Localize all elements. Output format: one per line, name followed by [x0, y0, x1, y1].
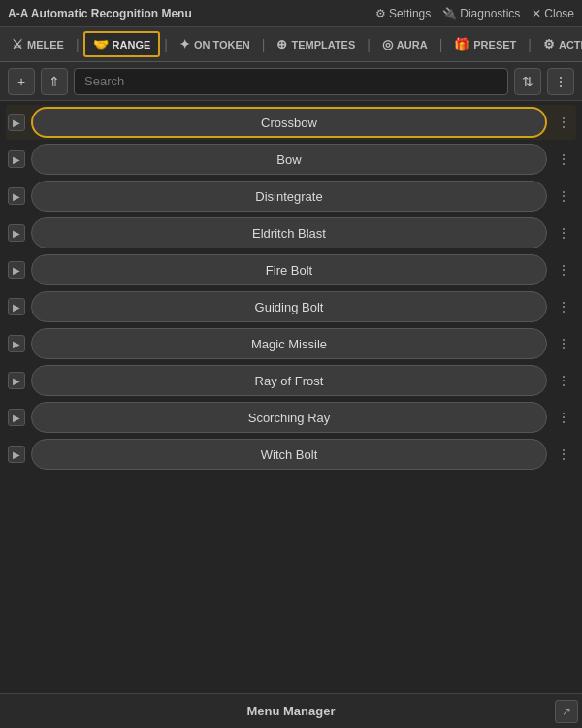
tab-templates[interactable]: ⊕Templates — [269, 33, 363, 55]
list-item: ▶Ray of Frost⋮ — [8, 365, 574, 396]
expand-bow[interactable]: ▶ — [8, 150, 25, 168]
ellipsis-vertical-icon: ⋮ — [557, 336, 570, 351]
tab-preset[interactable]: 🎁Preset — [446, 33, 524, 55]
chevron-right-icon: ▶ — [13, 449, 20, 460]
active-effects-icon: ⚙ — [543, 37, 555, 51]
item-label-eldritch-blast[interactable]: Eldritch Blast — [31, 217, 547, 248]
title-bar: A-A Automatic Recognition Menu ⚙ Setting… — [0, 0, 582, 27]
chevron-right-icon: ▶ — [13, 228, 20, 239]
expand-witch-bolt[interactable]: ▶ — [8, 446, 25, 463]
chevron-right-icon: ▶ — [13, 265, 20, 276]
list-item: ▶Fire Bolt⋮ — [8, 254, 574, 285]
expand-magic-missile[interactable]: ▶ — [8, 335, 25, 352]
title-bar-actions: ⚙ Settings 🔌 Diagnostics ✕ Close — [375, 7, 574, 20]
item-label-scorching-ray[interactable]: Scorching Ray — [31, 402, 547, 433]
melee-icon: ⚔ — [12, 37, 23, 51]
chevron-right-icon: ▶ — [13, 117, 20, 128]
tab-range[interactable]: 🤝Range — [83, 31, 161, 57]
diagnostics-button[interactable]: 🔌 Diagnostics — [442, 7, 520, 20]
expand-disintegrate[interactable]: ▶ — [8, 187, 25, 205]
search-input[interactable] — [74, 68, 508, 95]
ellipsis-vertical-icon: ⋮ — [557, 262, 570, 278]
collapse-button[interactable]: ⇑ — [41, 68, 68, 95]
footer-label: Menu Manager — [246, 704, 335, 718]
ellipsis-vertical-icon: ⋮ — [557, 188, 570, 204]
item-label-magic-missile[interactable]: Magic Missile — [31, 328, 547, 359]
chevron-right-icon: ▶ — [13, 191, 20, 202]
item-menu-bow[interactable]: ⋮ — [553, 146, 574, 173]
item-label-crossbow[interactable]: Crossbow — [31, 107, 547, 138]
expand-ray-of-frost[interactable]: ▶ — [8, 372, 25, 389]
item-menu-fire-bolt[interactable]: ⋮ — [553, 256, 574, 283]
chevron-right-icon: ▶ — [13, 376, 20, 386]
item-menu-eldritch-blast[interactable]: ⋮ — [553, 219, 574, 247]
list-item: ▶Eldritch Blast⋮ — [8, 217, 574, 248]
item-label-disintegrate[interactable]: Disintegrate — [31, 181, 547, 212]
ellipsis-vertical-icon: ⋮ — [557, 225, 570, 241]
settings-button[interactable]: ⚙ Settings — [375, 7, 431, 20]
items-list: ▶Crossbow⋮▶Bow⋮▶Disintegrate⋮▶Eldritch B… — [0, 101, 582, 693]
app-title: A-A Automatic Recognition Menu — [8, 7, 192, 20]
item-label-ray-of-frost[interactable]: Ray of Frost — [31, 365, 547, 396]
chevron-right-icon: ▶ — [13, 339, 20, 349]
aura-icon: ◎ — [382, 37, 393, 51]
toolbar: + ⇑ ⇅ ⋮ — [0, 62, 582, 101]
expand-scorching-ray[interactable]: ▶ — [8, 409, 25, 426]
item-menu-crossbow[interactable]: ⋮ — [553, 109, 574, 136]
expand-eldritch-blast[interactable]: ▶ — [8, 224, 25, 242]
on-token-icon: ✦ — [179, 37, 190, 51]
list-item: ▶Scorching Ray⋮ — [8, 402, 574, 433]
ellipsis-vertical-icon: ⋮ — [557, 115, 570, 130]
range-icon: 🤝 — [93, 37, 109, 51]
tab-active-effects[interactable]: ⚙Active Effects — [535, 33, 582, 55]
expand-guiding-bolt[interactable]: ▶ — [8, 298, 25, 315]
ellipsis-vertical-icon: ⋮ — [557, 447, 570, 462]
item-menu-disintegrate[interactable]: ⋮ — [553, 182, 574, 210]
item-menu-guiding-bolt[interactable]: ⋮ — [553, 293, 574, 320]
item-label-fire-bolt[interactable]: Fire Bolt — [31, 254, 547, 285]
list-item: ▶Guiding Bolt⋮ — [8, 291, 574, 322]
add-button[interactable]: + — [8, 68, 35, 95]
item-menu-scorching-ray[interactable]: ⋮ — [553, 404, 574, 431]
more-button[interactable]: ⋮ — [547, 68, 574, 95]
item-label-bow[interactable]: Bow — [31, 144, 547, 175]
ellipsis-vertical-icon: ⋮ — [557, 151, 570, 167]
chevron-right-icon: ▶ — [13, 413, 20, 423]
ellipsis-vertical-icon: ⋮ — [557, 373, 570, 388]
ellipsis-vertical-icon: ⋮ — [557, 410, 570, 425]
preset-icon: 🎁 — [454, 37, 469, 51]
ellipsis-vertical-icon: ⋮ — [557, 299, 570, 314]
list-item: ▶Bow⋮ — [8, 144, 574, 175]
sort-button[interactable]: ⇅ — [514, 68, 541, 95]
tab-aura[interactable]: ◎Aura — [374, 33, 436, 55]
item-menu-magic-missile[interactable]: ⋮ — [553, 330, 574, 357]
close-icon: ✕ — [532, 7, 541, 20]
nav-tabs: ⚔Melee|🤝Range|✦On Token|⊕Templates|◎Aura… — [0, 27, 582, 62]
list-item: ▶Witch Bolt⋮ — [8, 439, 574, 470]
item-label-witch-bolt[interactable]: Witch Bolt — [31, 439, 547, 470]
close-button[interactable]: ✕ Close — [532, 7, 574, 20]
list-item: ▶Disintegrate⋮ — [8, 181, 574, 212]
chevron-right-icon: ▶ — [13, 154, 20, 165]
tab-melee[interactable]: ⚔Melee — [4, 33, 72, 55]
tab-on-token[interactable]: ✦On Token — [172, 33, 258, 55]
diagnostics-icon: 🔌 — [442, 7, 457, 20]
item-menu-witch-bolt[interactable]: ⋮ — [553, 441, 574, 468]
list-item: ▶Crossbow⋮ — [6, 105, 576, 140]
expand-fire-bolt[interactable]: ▶ — [8, 261, 25, 279]
list-item: ▶Magic Missile⋮ — [8, 328, 574, 359]
expand-crossbow[interactable]: ▶ — [8, 114, 25, 131]
item-menu-ray-of-frost[interactable]: ⋮ — [553, 367, 574, 394]
templates-icon: ⊕ — [276, 37, 287, 51]
footer: Menu Manager ↗ — [0, 693, 582, 728]
footer-icon-button[interactable]: ↗ — [555, 700, 578, 723]
settings-icon: ⚙ — [375, 7, 386, 20]
chevron-right-icon: ▶ — [13, 302, 20, 313]
item-label-guiding-bolt[interactable]: Guiding Bolt — [31, 291, 547, 322]
